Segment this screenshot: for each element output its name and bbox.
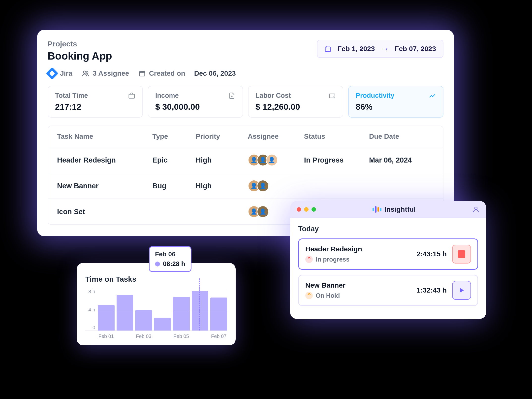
x-tick: Feb 07 [210,333,227,339]
breadcrumb[interactable]: Projects [48,40,112,48]
tracker-titlebar: Insightful [290,201,486,218]
chart-bar[interactable] [210,298,227,331]
page-title: Booking App [48,50,112,62]
x-tick: Feb 05 [173,333,190,339]
col-type[interactable]: Type [152,133,196,140]
avatar[interactable]: 👤 [257,180,269,192]
stat-label: Income [155,92,179,100]
task-priority: High [196,156,248,164]
tracker-task-name: New Banner [305,281,345,289]
integration-label: Jira [60,69,72,77]
assignee-count[interactable]: 3 Assignee [82,69,129,77]
stat-value: $ 12,260.00 [255,102,336,112]
x-tick [117,333,133,339]
x-tick [192,333,209,339]
task-name: Icon Set [57,208,152,216]
stat-income[interactable]: Income $ 30,000.00 [148,86,243,118]
avatar[interactable]: 👤 [257,205,269,218]
task-name: New Banner [57,182,152,190]
x-tick: Feb 01 [98,333,115,339]
col-assignee[interactable]: Assignee [248,133,304,140]
task-priority: High [196,182,248,190]
project-meta: Jira 3 Assignee Created on Dec 06, 2023 [48,69,443,78]
svg-rect-3 [139,71,145,76]
brand-icon [373,206,381,213]
calendar-small-icon [139,70,146,77]
window-close-icon[interactable] [297,207,301,212]
assignee-count-label: 3 Assignee [93,69,129,77]
task-status: In Progress [304,156,369,164]
chart-bar[interactable] [117,295,133,331]
col-status[interactable]: Status [304,133,369,140]
integration-badge[interactable]: Jira [48,69,72,78]
chart-bar[interactable] [98,305,115,331]
table-row[interactable]: New Banner Bug High 👤👤 [48,173,443,199]
table-row[interactable]: Header Redesign Epic High 👤👤👤 In Progres… [48,147,443,173]
stat-value: 217:12 [55,102,135,112]
stat-total-time[interactable]: Total Time 217:12 [48,86,143,118]
tracker-status-label: In progress [316,256,349,263]
y-tick: 4 h [85,307,97,313]
tracker-section-label: Today [298,225,478,233]
created-date: Created on Dec 06, 2023 [139,69,236,77]
col-task-name[interactable]: Task Name [57,133,152,140]
app-brand: Insightful [373,205,416,213]
status-icon: ⌃ [305,292,313,299]
chart-tooltip: Feb 06 08:28 h [149,246,191,272]
col-due-date[interactable]: Due Date [369,133,434,140]
chart-bar[interactable] [173,297,190,331]
svg-point-6 [475,207,477,209]
col-priority[interactable]: Priority [196,133,248,140]
chart-bar[interactable] [154,318,171,331]
stat-labor-cost[interactable]: Labor Cost $ 12,260.00 [248,86,343,118]
chart-title: Time on Tasks [85,275,227,283]
task-assignees[interactable]: 👤👤👤 [248,154,304,166]
user-icon[interactable] [472,206,480,213]
svg-point-2 [86,72,88,74]
y-tick: 8 h [85,289,97,295]
avatar[interactable]: 👤 [266,154,278,166]
wallet-icon [328,92,336,100]
svg-point-1 [83,71,86,73]
tooltip-date: Feb 06 [155,250,185,258]
svg-rect-0 [325,47,331,51]
task-assignees[interactable]: 👤👤 [248,180,304,192]
stat-label: Labor Cost [255,92,291,100]
chart-bar[interactable] [135,310,152,331]
tracker-time: 1:32:43 h [417,286,447,294]
created-label: Created on [149,69,185,77]
briefcase-icon [128,92,135,100]
stat-productivity[interactable]: Productivity 86% [348,86,443,118]
trend-icon [429,92,436,100]
task-type: Epic [152,156,196,164]
window-minimize-icon[interactable] [304,207,309,212]
tracker-status-label: On Hold [316,292,340,299]
stop-button[interactable] [452,245,471,264]
task-name: Header Redesign [57,156,152,164]
document-dollar-icon [228,92,236,100]
calendar-icon [324,45,331,52]
window-controls[interactable] [297,207,316,212]
svg-rect-4 [129,94,135,98]
tooltip-dot-icon [155,262,160,266]
stat-label: Productivity [356,92,394,100]
tracker-time: 2:43:15 h [417,250,447,258]
created-date-value: Dec 06, 2023 [194,69,236,77]
arrow-right-icon: → [381,44,389,53]
date-end: Feb 07, 2023 [395,45,436,53]
brand-label: Insightful [384,205,416,213]
x-tick: Feb 03 [135,333,152,339]
window-maximize-icon[interactable] [312,207,316,212]
date-range-picker[interactable]: Feb 1, 2023 → Feb 07, 2023 [317,40,443,58]
tracker-item[interactable]: New Banner ⌃ On Hold 1:32:43 h [298,275,478,306]
play-button[interactable] [452,281,471,300]
chart-plot-area[interactable]: 8 h 4 h 0 [85,289,227,331]
task-type: Bug [152,182,196,190]
people-icon [82,70,89,77]
tracker-item[interactable]: Header Redesign ⌃ In progress 2:43:15 h [298,238,478,270]
stat-label: Total Time [55,92,88,100]
tooltip-value: 08:28 h [163,260,185,268]
task-due: Mar 06, 2024 [369,156,434,164]
jira-icon [46,67,59,80]
y-tick: 0 [85,325,97,331]
